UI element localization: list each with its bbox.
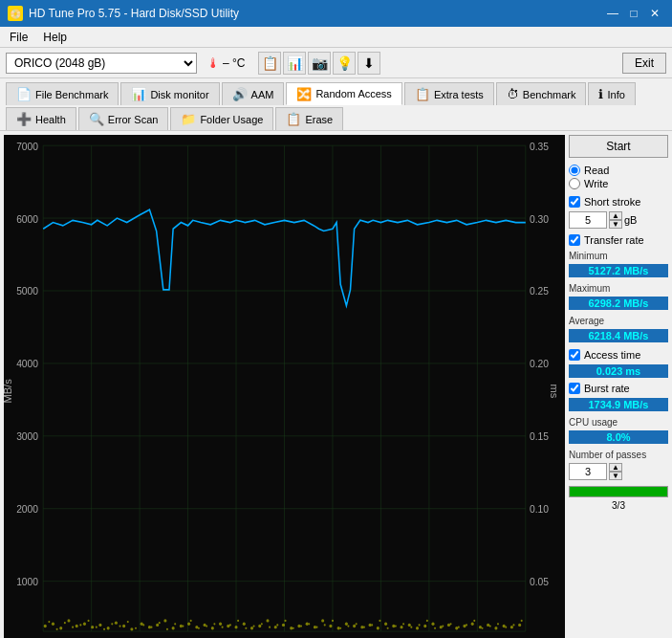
svg-point-128 (198, 627, 200, 629)
svg-text:0.25: 0.25 (530, 285, 549, 297)
svg-point-139 (285, 620, 287, 622)
aam-icon: 🔊 (232, 87, 248, 101)
minimize-button[interactable]: — (603, 5, 622, 22)
svg-point-113 (79, 624, 81, 626)
svg-point-135 (253, 625, 255, 627)
svg-point-97 (431, 623, 434, 626)
tab-disk-monitor[interactable]: 📊 Disk monitor (120, 82, 219, 105)
svg-point-64 (172, 627, 175, 629)
tab-aam[interactable]: 🔊 AAM (222, 82, 285, 105)
svg-point-143 (315, 627, 317, 628)
burst-rate-checkbox[interactable] (569, 383, 580, 394)
svg-point-58 (122, 625, 125, 627)
burst-rate-value: 1734.9 MB/s (569, 398, 668, 411)
tab-error-scan[interactable]: 🔍 Error Scan (78, 107, 169, 130)
short-stroke-checkbox[interactable] (569, 196, 580, 208)
svg-point-69 (211, 627, 214, 629)
average-value: 6218.4 MB/s (569, 329, 668, 342)
svg-point-48 (44, 625, 47, 627)
svg-point-129 (206, 625, 207, 627)
access-time-value: 0.023 ms (569, 364, 668, 378)
progress-bar-fill (570, 487, 667, 496)
svg-point-108 (518, 624, 521, 627)
read-label: Read (584, 165, 609, 176)
menu-help[interactable]: Help (37, 29, 73, 45)
short-stroke-value[interactable] (569, 211, 607, 229)
svg-point-63 (163, 619, 166, 622)
tab-benchmark[interactable]: ⏱ Benchmark (496, 82, 587, 105)
svg-point-157 (426, 620, 428, 622)
svg-point-122 (150, 627, 152, 628)
passes-input[interactable] (569, 463, 607, 480)
svg-point-120 (135, 627, 137, 629)
svg-point-137 (269, 627, 271, 628)
exit-button[interactable]: Exit (622, 53, 666, 74)
passes-down[interactable]: ▼ (609, 472, 622, 480)
svg-point-133 (237, 620, 239, 622)
svg-point-169 (521, 620, 523, 622)
transfer-rate-checkbox[interactable] (569, 234, 580, 246)
disk-selector[interactable]: ORICO (2048 gB) (6, 53, 197, 74)
svg-point-132 (229, 624, 231, 626)
svg-point-83 (321, 619, 324, 622)
svg-text:MB/s: MB/s (4, 379, 13, 403)
read-radio[interactable] (569, 165, 580, 176)
svg-point-161 (458, 627, 460, 628)
toolbar-icon-2[interactable]: 📊 (283, 52, 306, 75)
svg-point-124 (166, 628, 168, 630)
svg-point-102 (471, 623, 474, 626)
svg-point-147 (347, 625, 349, 627)
short-stroke-label: Short stroke (584, 196, 640, 208)
svg-point-62 (156, 624, 159, 627)
svg-point-164 (481, 627, 483, 629)
svg-text:6000: 6000 (16, 212, 38, 224)
main-content: 7000 6000 5000 4000 3000 2000 1000 MB/s … (0, 131, 672, 638)
toolbar-icon-4[interactable]: 💡 (333, 52, 356, 75)
chart-area: 7000 6000 5000 4000 3000 2000 1000 MB/s … (4, 135, 565, 638)
svg-text:2000: 2000 (16, 503, 38, 515)
progress-text: 3/3 (569, 500, 668, 511)
svg-point-72 (234, 626, 237, 628)
minimum-value: 5127.2 MB/s (569, 264, 668, 277)
svg-point-145 (332, 620, 334, 622)
toolbar-icon-1[interactable]: 📋 (258, 52, 281, 75)
tab-random-access[interactable]: 🔀 Random Access (286, 82, 401, 105)
write-radio[interactable] (569, 178, 580, 189)
svg-point-160 (450, 623, 452, 625)
toolbar-icon-3[interactable]: 📷 (308, 52, 331, 75)
svg-point-118 (119, 625, 120, 627)
svg-point-165 (489, 625, 491, 627)
svg-point-86 (345, 623, 348, 626)
short-stroke-down[interactable]: ▼ (609, 220, 622, 229)
thermometer-icon: 🌡 (206, 55, 220, 71)
menu-file[interactable]: File (4, 29, 33, 45)
svg-point-94 (408, 624, 411, 627)
svg-text:4000: 4000 (16, 358, 38, 369)
access-time-checkbox[interactable] (569, 349, 580, 361)
svg-text:0.15: 0.15 (530, 430, 549, 442)
svg-point-138 (276, 624, 278, 626)
short-stroke-up[interactable]: ▲ (609, 211, 622, 220)
tab-folder-usage[interactable]: 📁 Folder Usage (170, 107, 273, 130)
tab-file-benchmark[interactable]: 📄 File Benchmark (6, 82, 119, 105)
start-button[interactable]: Start (569, 135, 668, 158)
disk-monitor-icon: 📊 (131, 87, 146, 101)
svg-point-93 (401, 626, 403, 628)
tab-health[interactable]: ➕ Health (6, 107, 76, 130)
tab-bar: 📄 File Benchmark 📊 Disk monitor 🔊 AAM 🔀 … (0, 78, 672, 131)
toolbar-icon-5[interactable]: ⬇ (358, 52, 380, 75)
tab-erase[interactable]: 📋 Erase (275, 107, 343, 130)
svg-point-144 (324, 624, 326, 626)
svg-point-91 (384, 623, 387, 626)
svg-point-107 (510, 626, 513, 628)
svg-point-152 (387, 627, 389, 629)
error-scan-icon: 🔍 (89, 112, 104, 126)
maximize-button[interactable]: □ (624, 5, 643, 22)
svg-point-154 (402, 623, 404, 625)
close-button[interactable]: ✕ (645, 5, 664, 22)
passes-up[interactable]: ▲ (609, 463, 622, 472)
svg-point-96 (423, 625, 426, 627)
tab-info[interactable]: ℹ Info (588, 82, 635, 105)
svg-text:1000: 1000 (16, 576, 38, 587)
tab-extra-tests[interactable]: 📋 Extra tests (404, 82, 494, 105)
